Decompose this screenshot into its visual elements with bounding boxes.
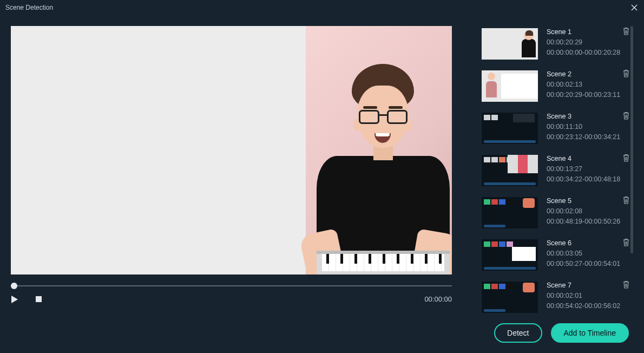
scene-item[interactable]: Scene 2 00:00:02:13 00:00:20:29-00:00:23… — [482, 68, 633, 110]
player-controls: 00:00:00 — [11, 295, 452, 303]
scrubber[interactable] — [11, 285, 452, 286]
scene-item[interactable]: Scene 7 00:00:02:01 00:00:54:02-00:00:56… — [482, 279, 633, 313]
scene-duration: 00:00:20:29 — [547, 38, 633, 46]
footer: Detect Add to Timeline — [0, 318, 644, 353]
scene-title: Scene 7 — [547, 282, 633, 289]
preview-column: 00:00:00 — [11, 26, 465, 318]
scene-thumbnail — [482, 239, 538, 271]
scene-range: 00:00:20:29-00:00:23:11 — [547, 91, 633, 99]
scene-item[interactable]: Scene 3 00:00:11:10 00:00:23:12-00:00:34… — [482, 110, 633, 153]
titlebar: Scene Detection — [0, 0, 644, 15]
preview-illustration — [306, 26, 452, 274]
scene-title: Scene 6 — [547, 239, 633, 247]
scene-range: 00:00:50:27-00:00:54:01 — [547, 260, 633, 267]
add-to-timeline-label: Add to Timeline — [564, 329, 616, 337]
scene-title: Scene 1 — [547, 28, 633, 36]
scene-thumbnail — [482, 113, 538, 144]
scene-range: 00:00:34:22-00:00:48:18 — [547, 175, 633, 183]
trash-icon[interactable] — [622, 196, 630, 206]
scene-range: 00:00:23:12-00:00:34:21 — [547, 133, 633, 141]
scene-duration: 00:00:02:01 — [547, 292, 633, 299]
current-time: 00:00:00 — [424, 295, 452, 303]
scene-item[interactable]: Scene 1 00:00:20:29 00:00:00:00-00:00:20… — [482, 26, 633, 68]
scene-range: 00:00:54:02-00:00:56:02 — [547, 302, 633, 310]
trash-icon[interactable] — [622, 238, 630, 248]
add-to-timeline-button[interactable]: Add to Timeline — [551, 323, 629, 343]
scene-range: 00:00:48:19-00:00:50:26 — [547, 218, 633, 225]
trash-icon[interactable] — [622, 69, 630, 79]
play-icon[interactable] — [11, 296, 18, 303]
trash-icon[interactable] — [622, 27, 630, 37]
scene-duration: 00:00:03:05 — [547, 250, 633, 257]
stop-icon[interactable] — [35, 296, 42, 303]
scene-thumbnail — [482, 282, 538, 313]
scene-title: Scene 2 — [547, 70, 633, 78]
scene-thumbnail — [482, 28, 538, 60]
scene-scroll[interactable]: Scene 1 00:00:20:29 00:00:00:00-00:00:20… — [482, 26, 633, 313]
window-title: Scene Detection — [5, 4, 53, 11]
scene-duration: 00:00:13:27 — [547, 165, 633, 173]
scene-title: Scene 5 — [547, 197, 633, 205]
trash-icon[interactable] — [622, 154, 630, 164]
scene-thumbnail — [482, 155, 538, 186]
detect-button-label: Detect — [507, 329, 529, 337]
trash-icon[interactable] — [622, 280, 630, 290]
scene-item[interactable]: Scene 5 00:00:02:08 00:00:48:19-00:00:50… — [482, 195, 633, 237]
dialog-body: 00:00:00 Scene 1 00:00:20:29 00:00:00:00… — [0, 15, 644, 318]
scene-duration: 00:00:02:13 — [547, 81, 633, 88]
scene-duration: 00:00:11:10 — [547, 123, 633, 130]
scene-range: 00:00:00:00-00:00:20:28 — [547, 49, 633, 56]
video-preview[interactable] — [11, 26, 452, 274]
detect-button[interactable]: Detect — [494, 323, 542, 343]
scene-item[interactable]: Scene 6 00:00:03:05 00:00:50:27-00:00:54… — [482, 237, 633, 279]
scene-list: Scene 1 00:00:20:29 00:00:00:00-00:00:20… — [482, 26, 633, 318]
close-icon[interactable] — [630, 3, 639, 12]
trash-icon[interactable] — [622, 112, 630, 121]
scene-title: Scene 3 — [547, 113, 633, 120]
scene-detection-window: Scene Detection — [0, 0, 644, 353]
scene-item[interactable]: Scene 4 00:00:13:27 00:00:34:22-00:00:48… — [482, 153, 633, 195]
scene-thumbnail — [482, 70, 538, 102]
scene-duration: 00:00:02:08 — [547, 207, 633, 215]
scene-title: Scene 4 — [547, 155, 633, 162]
svg-rect-0 — [36, 296, 42, 302]
scene-thumbnail — [482, 197, 538, 228]
scrollbar[interactable] — [630, 26, 633, 253]
playhead[interactable] — [11, 283, 17, 289]
